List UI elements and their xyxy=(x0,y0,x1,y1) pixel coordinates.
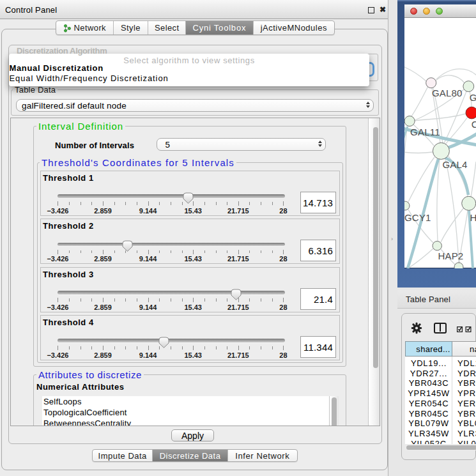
svg-text:GAL4: GAL4 xyxy=(442,159,467,170)
svg-text:C: C xyxy=(472,119,476,130)
svg-text:GAL11: GAL11 xyxy=(410,127,440,137)
svg-text:H: H xyxy=(470,212,476,223)
svg-text:GA: GA xyxy=(470,92,476,103)
svg-text:GAL80: GAL80 xyxy=(432,88,463,98)
svg-text:HAP2: HAP2 xyxy=(438,250,463,261)
svg-text:GCY1: GCY1 xyxy=(404,212,431,223)
